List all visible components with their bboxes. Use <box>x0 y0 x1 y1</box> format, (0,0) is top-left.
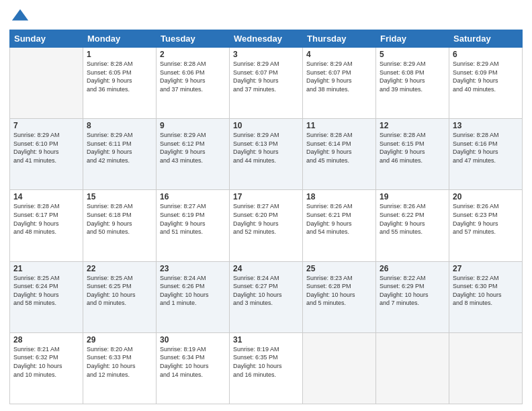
day-cell <box>10 48 83 119</box>
day-cell: 18Sunrise: 8:26 AM Sunset: 6:21 PM Dayli… <box>303 190 376 261</box>
day-cell: 4Sunrise: 8:29 AM Sunset: 6:07 PM Daylig… <box>303 48 376 119</box>
day-number: 11 <box>306 121 372 130</box>
day-info: Sunrise: 8:29 AM Sunset: 6:07 PM Dayligh… <box>306 60 372 93</box>
day-number: 3 <box>233 50 299 59</box>
day-cell: 12Sunrise: 8:28 AM Sunset: 6:15 PM Dayli… <box>376 119 449 190</box>
day-number: 31 <box>233 335 299 345</box>
day-info: Sunrise: 8:26 AM Sunset: 6:22 PM Dayligh… <box>380 202 445 236</box>
header-saturday: Saturday <box>449 30 523 48</box>
day-info: Sunrise: 8:28 AM Sunset: 6:17 PM Dayligh… <box>13 202 79 236</box>
day-number: 21 <box>13 264 79 273</box>
day-info: Sunrise: 8:28 AM Sunset: 6:15 PM Dayligh… <box>380 131 445 165</box>
day-number: 19 <box>380 192 445 201</box>
day-info: Sunrise: 8:20 AM Sunset: 6:33 PM Dayligh… <box>87 345 152 379</box>
day-cell: 17Sunrise: 8:27 AM Sunset: 6:20 PM Dayli… <box>230 190 303 261</box>
day-number: 27 <box>453 264 519 273</box>
day-info: Sunrise: 8:19 AM Sunset: 6:34 PM Dayligh… <box>160 345 226 379</box>
header-friday: Friday <box>376 30 449 48</box>
day-cell: 22Sunrise: 8:25 AM Sunset: 6:25 PM Dayli… <box>83 261 157 332</box>
header-thursday: Thursday <box>303 30 376 48</box>
day-info: Sunrise: 8:22 AM Sunset: 6:29 PM Dayligh… <box>380 274 445 308</box>
day-number: 28 <box>13 335 79 345</box>
week-row-4: 21Sunrise: 8:25 AM Sunset: 6:24 PM Dayli… <box>10 261 523 332</box>
day-info: Sunrise: 8:29 AM Sunset: 6:10 PM Dayligh… <box>13 131 79 165</box>
header-sunday: Sunday <box>10 30 83 48</box>
week-row-2: 7Sunrise: 8:29 AM Sunset: 6:10 PM Daylig… <box>10 119 523 190</box>
day-number: 24 <box>233 264 299 273</box>
day-info: Sunrise: 8:25 AM Sunset: 6:24 PM Dayligh… <box>13 274 79 308</box>
day-number: 6 <box>453 50 519 59</box>
day-cell: 25Sunrise: 8:23 AM Sunset: 6:28 PM Dayli… <box>303 261 376 332</box>
day-number: 18 <box>306 192 372 201</box>
day-info: Sunrise: 8:25 AM Sunset: 6:25 PM Dayligh… <box>87 274 152 308</box>
header-wednesday: Wednesday <box>230 30 303 48</box>
day-number: 10 <box>233 121 299 130</box>
day-number: 2 <box>160 50 226 59</box>
day-number: 17 <box>233 192 299 201</box>
day-cell: 8Sunrise: 8:29 AM Sunset: 6:11 PM Daylig… <box>83 119 157 190</box>
day-number: 4 <box>306 50 372 59</box>
header-monday: Monday <box>83 30 157 48</box>
day-number: 26 <box>380 264 445 273</box>
day-cell: 13Sunrise: 8:28 AM Sunset: 6:16 PM Dayli… <box>449 119 523 190</box>
day-cell: 10Sunrise: 8:29 AM Sunset: 6:13 PM Dayli… <box>230 119 303 190</box>
top-section <box>9 7 523 26</box>
day-number: 7 <box>13 121 79 130</box>
day-cell: 23Sunrise: 8:24 AM Sunset: 6:26 PM Dayli… <box>157 261 230 332</box>
day-info: Sunrise: 8:29 AM Sunset: 6:13 PM Dayligh… <box>233 131 299 165</box>
day-info: Sunrise: 8:29 AM Sunset: 6:08 PM Dayligh… <box>380 60 445 93</box>
day-cell: 27Sunrise: 8:22 AM Sunset: 6:30 PM Dayli… <box>449 261 523 332</box>
day-info: Sunrise: 8:29 AM Sunset: 6:11 PM Dayligh… <box>87 131 152 165</box>
day-number: 5 <box>380 50 445 59</box>
day-cell: 20Sunrise: 8:26 AM Sunset: 6:23 PM Dayli… <box>449 190 523 261</box>
svg-marker-0 <box>12 9 28 21</box>
day-cell: 19Sunrise: 8:26 AM Sunset: 6:22 PM Dayli… <box>376 190 449 261</box>
day-cell: 9Sunrise: 8:29 AM Sunset: 6:12 PM Daylig… <box>157 119 230 190</box>
day-number: 20 <box>453 192 519 201</box>
day-info: Sunrise: 8:29 AM Sunset: 6:09 PM Dayligh… <box>453 60 519 93</box>
day-info: Sunrise: 8:29 AM Sunset: 6:07 PM Dayligh… <box>233 60 299 93</box>
day-info: Sunrise: 8:27 AM Sunset: 6:20 PM Dayligh… <box>233 202 299 236</box>
logo <box>9 7 30 26</box>
day-number: 14 <box>13 192 79 201</box>
day-info: Sunrise: 8:28 AM Sunset: 6:06 PM Dayligh… <box>160 60 226 93</box>
day-info: Sunrise: 8:23 AM Sunset: 6:28 PM Dayligh… <box>306 274 372 308</box>
logo-icon <box>11 7 30 26</box>
day-info: Sunrise: 8:24 AM Sunset: 6:27 PM Dayligh… <box>233 274 299 308</box>
day-cell: 14Sunrise: 8:28 AM Sunset: 6:17 PM Dayli… <box>10 190 83 261</box>
day-cell: 3Sunrise: 8:29 AM Sunset: 6:07 PM Daylig… <box>230 48 303 119</box>
day-number: 23 <box>160 264 226 273</box>
day-info: Sunrise: 8:22 AM Sunset: 6:30 PM Dayligh… <box>453 274 519 308</box>
day-cell: 6Sunrise: 8:29 AM Sunset: 6:09 PM Daylig… <box>449 48 523 119</box>
day-cell: 16Sunrise: 8:27 AM Sunset: 6:19 PM Dayli… <box>157 190 230 261</box>
day-number: 30 <box>160 335 226 345</box>
day-info: Sunrise: 8:19 AM Sunset: 6:35 PM Dayligh… <box>233 345 299 379</box>
day-number: 15 <box>87 192 152 201</box>
day-info: Sunrise: 8:29 AM Sunset: 6:12 PM Dayligh… <box>160 131 226 165</box>
day-cell: 5Sunrise: 8:29 AM Sunset: 6:08 PM Daylig… <box>376 48 449 119</box>
header-row: SundayMondayTuesdayWednesdayThursdayFrid… <box>10 30 523 48</box>
day-info: Sunrise: 8:28 AM Sunset: 6:16 PM Dayligh… <box>453 131 519 165</box>
day-number: 16 <box>160 192 226 201</box>
day-number: 12 <box>380 121 445 130</box>
header-tuesday: Tuesday <box>157 30 230 48</box>
day-number: 9 <box>160 121 226 130</box>
day-info: Sunrise: 8:28 AM Sunset: 6:14 PM Dayligh… <box>306 131 372 165</box>
day-cell: 28Sunrise: 8:21 AM Sunset: 6:32 PM Dayli… <box>10 332 83 404</box>
day-cell: 24Sunrise: 8:24 AM Sunset: 6:27 PM Dayli… <box>230 261 303 332</box>
day-number: 29 <box>87 335 152 345</box>
day-cell: 21Sunrise: 8:25 AM Sunset: 6:24 PM Dayli… <box>10 261 83 332</box>
day-number: 13 <box>453 121 519 130</box>
day-number: 25 <box>306 264 372 273</box>
week-row-3: 14Sunrise: 8:28 AM Sunset: 6:17 PM Dayli… <box>10 190 523 261</box>
day-info: Sunrise: 8:26 AM Sunset: 6:23 PM Dayligh… <box>453 202 519 236</box>
page: SundayMondayTuesdayWednesdayThursdayFrid… <box>0 0 532 411</box>
day-info: Sunrise: 8:24 AM Sunset: 6:26 PM Dayligh… <box>160 274 226 308</box>
day-cell <box>376 332 449 404</box>
week-row-5: 28Sunrise: 8:21 AM Sunset: 6:32 PM Dayli… <box>10 332 523 404</box>
day-cell: 30Sunrise: 8:19 AM Sunset: 6:34 PM Dayli… <box>157 332 230 404</box>
calendar: SundayMondayTuesdayWednesdayThursdayFrid… <box>9 30 523 404</box>
day-number: 1 <box>87 50 152 59</box>
day-cell: 31Sunrise: 8:19 AM Sunset: 6:35 PM Dayli… <box>230 332 303 404</box>
day-info: Sunrise: 8:26 AM Sunset: 6:21 PM Dayligh… <box>306 202 372 236</box>
